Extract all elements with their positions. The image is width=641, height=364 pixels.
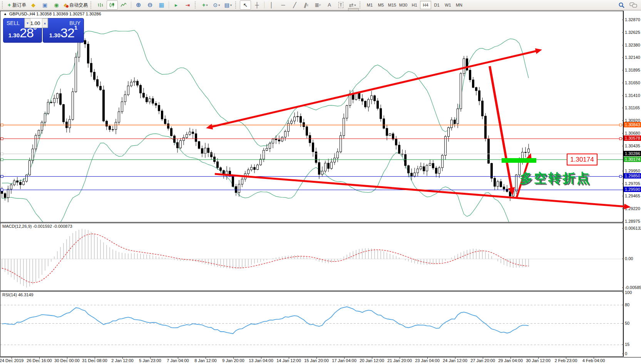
toolbar-grip[interactable] bbox=[360, 2, 363, 8]
trendline-button[interactable]: ╱ bbox=[289, 0, 300, 10]
auto-trading-label: 自动交易 bbox=[69, 2, 88, 8]
mt4-window: + 新订单 ◆ ▣ ◉ ◆ 自动交易 ⊕ ⊖ ▦ ▸ ⇥ +▾ ⊙▾ ▤▾ ↖ bbox=[0, 0, 641, 364]
price-tick-label: 1.31410 bbox=[625, 93, 640, 98]
timeframe-m30[interactable]: M30 bbox=[398, 1, 409, 9]
volume-decrease-button[interactable]: ▼ bbox=[25, 18, 30, 28]
price-tick-label: 1.31650 bbox=[625, 80, 640, 85]
price-level-badge: 1.29590 bbox=[624, 187, 641, 192]
volume-increase-button[interactable]: ▲ bbox=[42, 18, 48, 28]
tile-windows-button[interactable]: ▦ bbox=[156, 0, 167, 10]
macd-tick-label: 0.00 bbox=[625, 256, 633, 261]
crosshair-icon: ┼ bbox=[255, 2, 259, 8]
price-tick-label: 1.28975 bbox=[625, 219, 640, 224]
auto-trading-button[interactable]: ◆ 自动交易 bbox=[62, 0, 89, 10]
timeframe-w1[interactable]: W1 bbox=[442, 1, 454, 9]
rsi-label: RSI(14) 46.3149 bbox=[2, 292, 33, 297]
auto-trading-icon: ◆ bbox=[64, 2, 68, 8]
price-callout-box[interactable]: 1.30174 bbox=[567, 154, 597, 165]
tick-mark bbox=[622, 354, 624, 354]
tick-mark bbox=[261, 357, 261, 359]
timeframe-m1[interactable]: M1 bbox=[364, 1, 375, 9]
timeframe-mn[interactable]: MN bbox=[454, 1, 465, 9]
tick-mark bbox=[483, 357, 483, 359]
tick-mark bbox=[622, 133, 624, 134]
crosshair-button[interactable]: ┼ bbox=[251, 0, 263, 10]
horizontal-line-button[interactable]: ─ bbox=[278, 0, 289, 10]
cursor-button[interactable]: ↖ bbox=[240, 0, 251, 10]
vertical-line-button[interactable]: │ bbox=[266, 0, 277, 10]
support-zone-bar[interactable] bbox=[502, 158, 536, 163]
tick-mark bbox=[622, 45, 624, 45]
tick-mark bbox=[289, 357, 289, 359]
text-button[interactable]: A bbox=[324, 0, 335, 10]
toolbar-grip[interactable] bbox=[235, 2, 238, 8]
volume-input[interactable]: 1.00 bbox=[30, 18, 42, 28]
price-axis[interactable]: 1.328701.326251.323801.321401.318951.316… bbox=[623, 11, 641, 357]
collapse-trade-panel-icon[interactable]: ▲ bbox=[3, 12, 7, 16]
toolbar-grip[interactable] bbox=[90, 2, 94, 8]
buy-button[interactable]: BUY 1.30321 bbox=[43, 18, 84, 43]
zoom-in-button[interactable]: ⊕ bbox=[133, 0, 144, 10]
price-tick-label: 1.32625 bbox=[625, 30, 640, 35]
rsi-pane[interactable]: RSI(14) 46.3149 bbox=[0, 291, 623, 357]
toolbar-grip[interactable] bbox=[195, 2, 198, 8]
line-chart-icon bbox=[121, 2, 127, 8]
tick-mark bbox=[233, 357, 234, 359]
tick-mark bbox=[95, 357, 95, 359]
candlestick-chart bbox=[0, 11, 623, 222]
rsi-tick-label: 0 bbox=[625, 351, 627, 356]
tick-mark bbox=[622, 171, 624, 171]
timeframe-h1[interactable]: H1 bbox=[409, 1, 420, 9]
periods-button[interactable]: ⊙▾ bbox=[211, 0, 222, 10]
zoom-out-button[interactable]: ⊖ bbox=[144, 0, 156, 10]
price-level-badge: 1.30843 bbox=[624, 122, 641, 127]
candlestick-chart-button[interactable] bbox=[107, 0, 118, 10]
timeframe-d1[interactable]: D1 bbox=[431, 1, 442, 9]
cursor-icon: ↖ bbox=[243, 2, 248, 8]
bar-chart-button[interactable] bbox=[95, 0, 106, 10]
channel-button[interactable]: ∥E bbox=[301, 0, 312, 10]
toolbar-grip[interactable] bbox=[2, 2, 5, 8]
rsi-plot bbox=[0, 292, 623, 356]
price-chart-pane[interactable] bbox=[0, 11, 623, 222]
chart-shift-button[interactable]: ⇥ bbox=[182, 0, 193, 10]
styles-icon: ◆ bbox=[31, 2, 35, 8]
new-order-button[interactable]: + 新订单 bbox=[7, 0, 27, 10]
tick-mark bbox=[622, 108, 624, 108]
tick-mark bbox=[566, 357, 566, 359]
chat-icon bbox=[629, 2, 637, 8]
reversal-point-note[interactable]: 多空转折点 bbox=[520, 170, 591, 187]
template-icon: ▤ bbox=[224, 2, 229, 8]
line-chart-button[interactable] bbox=[118, 0, 129, 10]
templates-button[interactable]: ▤▾ bbox=[223, 0, 234, 10]
tick-mark bbox=[67, 357, 67, 359]
tick-mark bbox=[150, 357, 151, 359]
tick-mark bbox=[622, 259, 624, 259]
timeframe-m15[interactable]: M15 bbox=[387, 1, 398, 9]
styles-button[interactable]: ◆ bbox=[28, 0, 39, 10]
volume-control: ▼ 1.00 ▲ bbox=[24, 18, 48, 28]
tick-mark bbox=[622, 292, 624, 293]
chart-shift-icon: ⇥ bbox=[186, 2, 190, 8]
tick-mark bbox=[622, 32, 624, 33]
tick-mark bbox=[622, 344, 624, 345]
signals-button[interactable]: ◉ bbox=[51, 0, 62, 10]
price-level-badge: 1.30174 bbox=[624, 157, 641, 162]
indicators-button[interactable]: +▾ bbox=[199, 0, 211, 10]
toolbar-splitter[interactable] bbox=[348, 8, 359, 11]
price-tick-label: 1.32380 bbox=[625, 43, 640, 47]
text-label-button[interactable]: T bbox=[335, 0, 346, 10]
chevron-down-icon: ▾ bbox=[206, 3, 208, 7]
timeframe-m5[interactable]: M5 bbox=[375, 1, 387, 9]
charts-window-button[interactable]: ▣ bbox=[39, 0, 50, 10]
tick-mark bbox=[538, 357, 539, 359]
macd-plot bbox=[0, 223, 623, 291]
auto-scroll-button[interactable]: ▸ bbox=[171, 0, 182, 10]
time-axis[interactable]: 24 Dec 201926 Dec 16:0030 Dec 00:0031 De… bbox=[0, 357, 641, 364]
chat-button[interactable] bbox=[628, 0, 639, 10]
fibonacci-button[interactable]: ≣F bbox=[312, 0, 323, 10]
timeframe-h4[interactable]: H4 bbox=[420, 1, 431, 9]
search-button[interactable] bbox=[616, 0, 627, 10]
rsi-tick-label: 100 bbox=[625, 290, 632, 295]
macd-pane[interactable]: MACD(12,26,9) -0.001592 -0.000873 bbox=[0, 223, 623, 291]
